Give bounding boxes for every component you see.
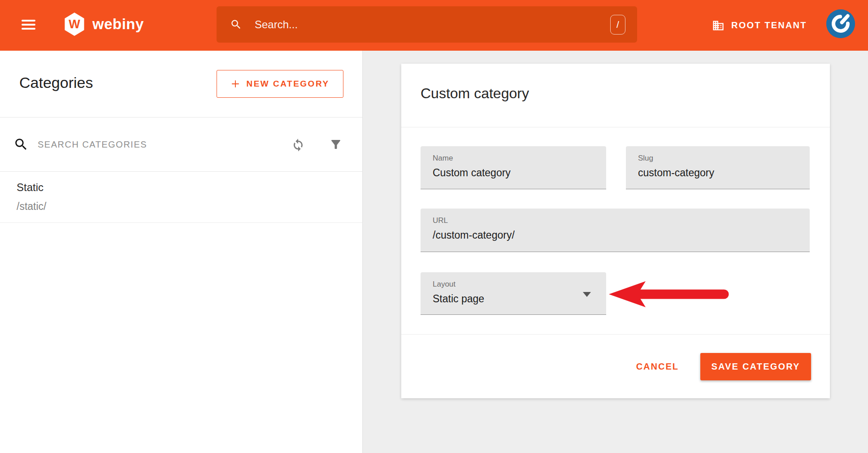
name-field[interactable]: Name (421, 146, 606, 189)
user-avatar[interactable] (826, 9, 855, 38)
filter-icon (329, 138, 343, 151)
category-search-input[interactable] (38, 139, 291, 150)
url-field-label: URL (433, 216, 810, 225)
category-item-title: Static (17, 181, 362, 194)
url-input[interactable] (433, 229, 780, 241)
save-category-button[interactable]: SAVE CATEGORY (700, 353, 811, 380)
categories-panel-header: Categories NEW CATEGORY (0, 51, 362, 118)
tenant-label: ROOT TENANT (731, 20, 807, 30)
plus-icon (230, 79, 240, 89)
category-search-row (0, 118, 362, 172)
form-title: Custom category (421, 85, 529, 102)
hamburger-menu-icon[interactable] (22, 20, 35, 30)
url-field[interactable]: URL (421, 209, 810, 252)
search-icon (230, 18, 242, 30)
category-list-item[interactable]: Static /static/ (0, 172, 362, 223)
category-item-slug: /static/ (17, 200, 362, 213)
slug-field[interactable]: Slug (626, 146, 810, 189)
gravatar-power-icon (826, 9, 855, 38)
building-icon (712, 19, 725, 32)
category-form-card: Custom category Name Slug URL Layout Sta… (401, 64, 830, 398)
layout-select[interactable]: Layout Static page (421, 272, 606, 315)
cancel-button[interactable]: CANCEL (630, 357, 685, 376)
global-search-bar[interactable]: / (217, 6, 637, 43)
filter-button[interactable] (329, 138, 343, 151)
search-icon (13, 137, 29, 152)
slug-field-label: Slug (638, 154, 810, 163)
content-area: Custom category Name Slug URL Layout Sta… (363, 51, 868, 453)
slug-input[interactable] (638, 167, 796, 179)
app-header: W webiny / ROOT TENANT (0, 0, 868, 51)
chevron-down-icon (583, 292, 591, 297)
name-field-label: Name (433, 154, 606, 163)
name-input[interactable] (433, 167, 592, 179)
refresh-icon (291, 137, 306, 152)
layout-field-label: Layout (433, 280, 606, 289)
page-title: Categories (19, 74, 93, 91)
brand-wordmark: webiny (92, 16, 144, 33)
webiny-logo-hexagon-icon: W (64, 13, 85, 36)
layout-selected-value: Static page (433, 293, 592, 305)
logo-initial: W (69, 17, 80, 31)
tenant-selector[interactable]: ROOT TENANT (712, 0, 807, 51)
annotation-arrow (609, 280, 731, 308)
new-category-button[interactable]: NEW CATEGORY (217, 70, 343, 98)
form-actions: CANCEL SAVE CATEGORY (401, 334, 830, 398)
refresh-button[interactable] (291, 137, 306, 152)
form-card-header: Custom category (401, 64, 830, 127)
keyboard-shortcut-badge: / (610, 15, 625, 35)
global-search-input[interactable] (255, 18, 610, 31)
webiny-logo[interactable]: W webiny (64, 13, 144, 36)
categories-panel: Categories NEW CATEGORY Static /static/ (0, 51, 363, 453)
